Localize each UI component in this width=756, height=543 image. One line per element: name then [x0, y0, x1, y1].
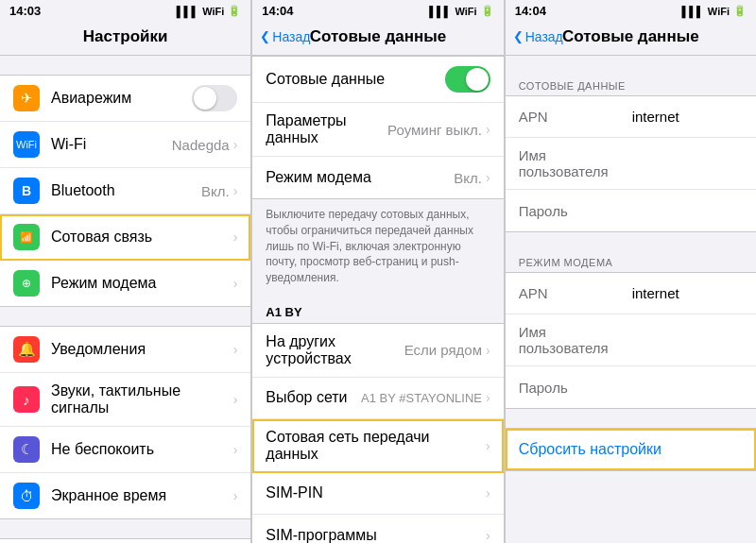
signal-icon: ▌▌▌ — [177, 6, 198, 17]
row-username2[interactable]: Имя пользователя — [506, 314, 756, 366]
status-icons-1: ▌▌▌ WiFi 🔋 — [177, 5, 242, 17]
wifi-value: Nadegda — [172, 137, 230, 153]
cellular-chevron: › — [233, 229, 238, 245]
battery-icon-3: 🔋 — [733, 5, 747, 17]
media-section: 🔔 Уведомления › ♪ Звуки, тактильные сигн… — [0, 326, 250, 519]
row-wifi[interactable]: WiFi Wi-Fi Nadegda › — [0, 122, 250, 168]
password1-label: Пароль — [519, 203, 632, 219]
operator-label: A1 BY — [252, 297, 503, 323]
row-cellular[interactable]: 📶 Сотовая связь › — [0, 214, 250, 261]
data-params-value: Роуминг выкл. — [387, 122, 482, 138]
cellular-top-section: Сотовые данные Параметры данных Роуминг … — [252, 56, 503, 199]
password2-label: Пароль — [519, 380, 632, 396]
apn2-value: internet — [632, 285, 679, 301]
status-bar-2: 14:04 ▌▌▌ WiFi 🔋 — [252, 0, 503, 22]
other-devices-label: На других устройствах — [266, 333, 404, 367]
wifi-icon: WiFi — [13, 131, 40, 158]
reset-label: Сбросить настройки — [519, 441, 743, 458]
sounds-label: Звуки, тактильные сигналы — [51, 382, 233, 416]
row-password2[interactable]: Пароль — [506, 366, 756, 408]
dnd-label: Не беспокоить — [51, 441, 233, 458]
row-reset[interactable]: Сбросить настройки — [506, 429, 756, 470]
bluetooth-icon: B — [13, 178, 40, 204]
bluetooth-chevron: › — [233, 183, 238, 198]
back-button-2[interactable]: Назад — [260, 29, 310, 44]
apn2-label: APN — [519, 285, 632, 301]
row-notifications[interactable]: 🔔 Уведомления › — [0, 327, 250, 373]
row-hotspot-mode[interactable]: Режим модема Вкл. › — [252, 157, 503, 198]
wifi-status-icon-2: WiFi — [455, 6, 477, 17]
apn1-label: APN — [519, 109, 632, 125]
row-general[interactable]: ⚙ Основные › — [0, 539, 250, 543]
row-sounds[interactable]: ♪ Звуки, тактильные сигналы › — [0, 373, 250, 427]
row-airplane[interactable]: ✈ Авиарежим — [0, 76, 250, 122]
row-dnd[interactable]: ☾ Не беспокоить › — [0, 427, 250, 473]
screentime-label: Экранное время — [51, 487, 233, 504]
time-2: 14:04 — [262, 4, 293, 18]
cellular-mid-section: На других устройствах Если рядом › Выбор… — [252, 323, 503, 543]
page-title-2: Сотовые данные — [310, 27, 447, 46]
panel-settings: 14:03 ▌▌▌ WiFi 🔋 Настройки ✈ Авиарежим W… — [0, 0, 251, 543]
hotspot-icon: ⊕ — [13, 270, 40, 297]
bluetooth-label: Bluetooth — [51, 182, 201, 199]
time-1: 14:03 — [9, 4, 41, 18]
wifi-status-icon: WiFi — [202, 6, 224, 17]
network-select-value: A1 BY #STAYONLINE — [361, 391, 482, 405]
row-screentime[interactable]: ⏱ Экранное время › — [0, 473, 250, 518]
dnd-icon: ☾ — [13, 436, 40, 463]
status-icons-3: ▌▌▌ WiFi 🔋 — [681, 5, 747, 17]
row-sim-apps[interactable]: SIM-программы › — [252, 515, 503, 543]
other-devices-value: Если рядом — [404, 342, 482, 358]
data-params-label: Параметры данных — [266, 112, 387, 146]
battery-icon-2: 🔋 — [481, 5, 494, 17]
hotspot-section-header: РЕЖИМ МОДЕМА — [506, 251, 756, 272]
username2-label: Имя пользователя — [519, 324, 632, 356]
status-icons-2: ▌▌▌ WiFi 🔋 — [429, 5, 494, 17]
row-hotspot[interactable]: ⊕ Режим модема › — [0, 261, 250, 306]
panel-apn: 14:04 ▌▌▌ WiFi 🔋 Назад Сотовые данные СО… — [506, 0, 756, 543]
wifi-chevron: › — [233, 137, 238, 152]
cellular-label: Сотовая связь — [51, 229, 233, 246]
row-cellular-data-toggle[interactable]: Сотовые данные — [252, 57, 503, 103]
hotspot-apn-group: APN internet Имя пользователя Пароль — [506, 272, 756, 409]
wifi-label: Wi-Fi — [51, 136, 172, 153]
airplane-icon: ✈ — [13, 85, 40, 111]
back-button-3[interactable]: Назад — [513, 29, 563, 44]
row-apn2[interactable]: APN internet — [506, 273, 756, 314]
nav-bar-1: Настройки — [0, 22, 250, 56]
username1-label: Имя пользователя — [519, 147, 632, 179]
time-3: 14:04 — [515, 4, 546, 18]
row-data-params[interactable]: Параметры данных Роуминг выкл. › — [252, 103, 503, 157]
sim-pin-label: SIM-PIN — [266, 484, 486, 501]
info-text: Выключите передачу сотовых данных, чтобы… — [252, 199, 503, 297]
notifications-label: Уведомления — [51, 341, 233, 358]
cellular-network-label: Сотовая сеть передачи данных — [266, 429, 486, 463]
hotspot-chevron: › — [233, 276, 238, 291]
settings-content: ✈ Авиарежим WiFi Wi-Fi Nadegda › B Bluet… — [0, 56, 250, 543]
signal-icon-3: ▌▌▌ — [681, 6, 703, 17]
panel-cellular: 14:04 ▌▌▌ WiFi 🔋 Назад Сотовые данные Со… — [252, 0, 504, 543]
row-username1[interactable]: Имя пользователя — [506, 138, 756, 190]
page-title-1: Настройки — [83, 27, 168, 46]
sounds-icon: ♪ — [13, 386, 40, 413]
row-apn1[interactable]: APN internet — [506, 96, 756, 138]
general-section: ⚙ Основные › ≡ Пункт управления › ☀ Экра… — [0, 538, 250, 543]
cellular-data-label: Сотовые данные — [266, 71, 444, 88]
reset-section: Сбросить настройки — [506, 428, 756, 471]
page-title-3: Сотовые данные — [562, 27, 699, 46]
row-network-select[interactable]: Выбор сети A1 BY #STAYONLINE › — [252, 378, 503, 419]
cellular-data-toggle[interactable] — [445, 66, 490, 93]
bluetooth-value: Вкл. — [201, 183, 230, 199]
row-sim-pin[interactable]: SIM-PIN › — [252, 473, 503, 515]
battery-icon: 🔋 — [228, 5, 241, 17]
apn-content: СОТОВЫЕ ДАННЫЕ APN internet Имя пользова… — [506, 56, 756, 543]
airplane-toggle[interactable] — [192, 85, 237, 111]
connectivity-section: ✈ Авиарежим WiFi Wi-Fi Nadegda › B Bluet… — [0, 75, 250, 307]
cellular-content: Сотовые данные Параметры данных Роуминг … — [252, 56, 503, 543]
status-bar-1: 14:03 ▌▌▌ WiFi 🔋 — [0, 0, 250, 22]
row-cellular-network[interactable]: Сотовая сеть передачи данных › — [252, 419, 503, 473]
row-other-devices[interactable]: На других устройствах Если рядом › — [252, 324, 503, 378]
row-password1[interactable]: Пароль — [506, 190, 756, 231]
wifi-status-icon-3: WiFi — [708, 6, 730, 17]
row-bluetooth[interactable]: B Bluetooth Вкл. › — [0, 168, 250, 214]
